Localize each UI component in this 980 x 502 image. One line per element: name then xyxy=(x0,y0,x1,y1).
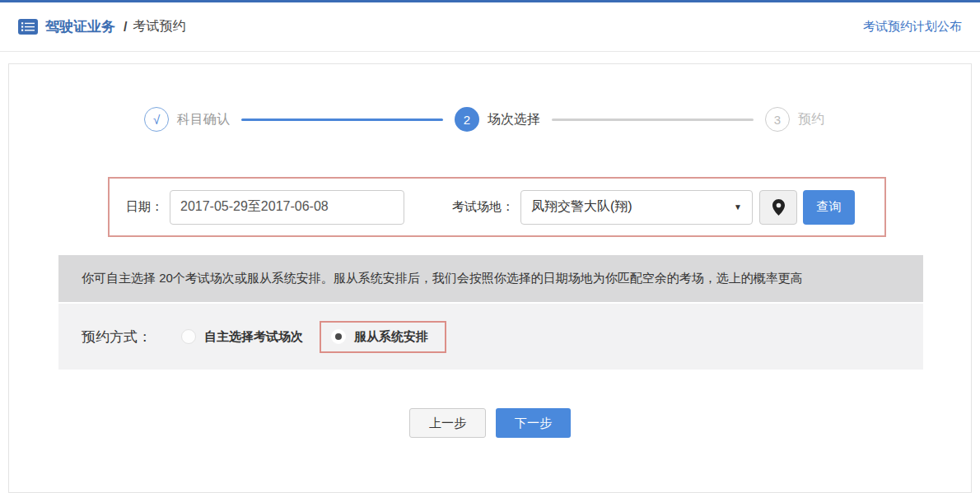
list-icon xyxy=(18,19,38,35)
date-range-input[interactable] xyxy=(170,190,404,225)
notice-bar: 你可自主选择 20个考试场次或服从系统安排。服从系统安排后，我们会按照你选择的日… xyxy=(58,255,923,302)
venue-select[interactable]: 凤翔交警大队(翔) ▼ xyxy=(520,190,753,225)
filter-highlight-box: 日期： 考试场地： 凤翔交警大队(翔) ▼ 查询 xyxy=(108,177,886,237)
notice-text: 你可自主选择 20个考试场次或服从系统安排。服从系统安排后，我们会按照你选择的日… xyxy=(82,271,803,286)
venue-label: 考试场地： xyxy=(452,199,514,215)
date-label: 日期： xyxy=(126,199,163,215)
radio-system-arrange-label: 服从系统安排 xyxy=(354,329,428,345)
step-2-number: 2 xyxy=(464,113,470,127)
location-button[interactable] xyxy=(759,190,797,225)
breadcrumb-section[interactable]: 驾驶证业务 xyxy=(45,17,115,36)
step-3-label: 预约 xyxy=(798,111,824,128)
selected-option-highlight-box: 服从系统安排 xyxy=(320,321,446,353)
venue-selected-value: 凤翔交警大队(翔) xyxy=(531,198,734,216)
step-connector-pending xyxy=(552,119,754,121)
booking-method-label: 预约方式： xyxy=(82,328,152,346)
main-panel: √ 科目确认 2 场次选择 3 预约 日期： 考试场地： 凤翔交警大队(翔) ▼… xyxy=(8,63,972,493)
step-1-label: 科目确认 xyxy=(177,111,230,128)
radio-system-arrange[interactable]: 服从系统安排 xyxy=(331,329,428,345)
check-icon: √ xyxy=(153,113,160,127)
booking-method-section: 预约方式： 自主选择考试场次 服从系统安排 xyxy=(58,304,923,370)
step-actions: 上一步 下一步 xyxy=(9,408,971,438)
progress-stepper: √ 科目确认 2 场次选择 3 预约 xyxy=(9,107,971,132)
location-pin-icon xyxy=(772,199,785,216)
search-button[interactable]: 查询 xyxy=(803,190,855,225)
prev-step-button[interactable]: 上一步 xyxy=(409,408,486,438)
step-3-circle: 3 xyxy=(765,107,790,132)
step-3-number: 3 xyxy=(774,113,781,127)
next-step-button[interactable]: 下一步 xyxy=(496,408,571,438)
chevron-down-icon: ▼ xyxy=(734,202,742,211)
breadcrumb-separator: / xyxy=(124,20,127,35)
radio-unchecked-icon[interactable] xyxy=(181,329,196,344)
radio-checked-icon[interactable] xyxy=(331,329,346,344)
exam-plan-link[interactable]: 考试预约计划公布 xyxy=(863,19,962,35)
radio-self-select[interactable]: 自主选择考试场次 xyxy=(181,329,303,345)
step-1-circle: √ xyxy=(144,107,169,132)
page-header: 驾驶证业务 / 考试预约 考试预约计划公布 xyxy=(0,2,980,52)
step-2-label: 场次选择 xyxy=(488,111,540,128)
radio-self-select-label: 自主选择考试场次 xyxy=(204,329,303,345)
step-2-circle: 2 xyxy=(455,107,479,132)
step-connector-done xyxy=(241,119,443,121)
breadcrumb-current: 考试预约 xyxy=(133,18,185,35)
